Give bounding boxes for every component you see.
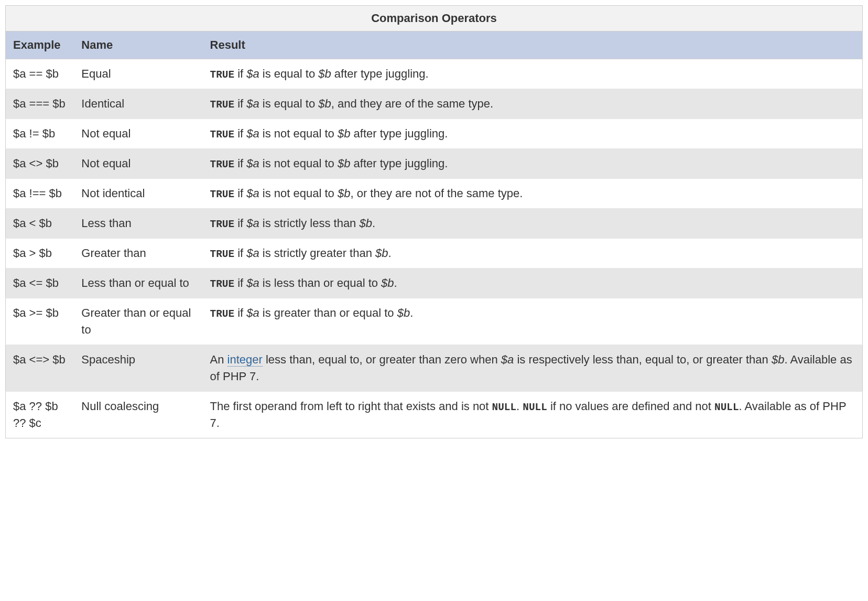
- type-link-integer[interactable]: integer: [227, 353, 263, 367]
- cell-example: $a !== $b: [6, 179, 74, 209]
- keyword-true: TRUE: [210, 159, 234, 170]
- cell-example: $a <> $b: [6, 148, 74, 178]
- table-row: $a !== $bNot identicalTRUE if $a is not …: [6, 179, 863, 209]
- cell-example: $a != $b: [6, 119, 74, 148]
- cell-result: TRUE if $a is strictly greater than $b.: [203, 239, 863, 269]
- cell-name: Spaceship: [74, 345, 202, 392]
- cell-name: Not identical: [74, 179, 202, 209]
- var: $a: [246, 67, 259, 80]
- cell-result: TRUE if $a is equal to $b after type jug…: [203, 59, 863, 89]
- table-row: $a === $bIdenticalTRUE if $a is equal to…: [6, 89, 863, 119]
- var: $b: [772, 353, 784, 366]
- cell-result: An integer less than, equal to, or great…: [203, 345, 863, 392]
- cell-example: $a <= $b: [6, 269, 74, 298]
- var: $a: [246, 127, 259, 140]
- table-row: $a >= $bGreater than or equal toTRUE if …: [6, 298, 863, 345]
- keyword-true: TRUE: [210, 129, 234, 141]
- var: $a: [501, 353, 514, 366]
- cell-example: $a ?? $b ?? $c: [6, 391, 74, 438]
- var: $b: [338, 187, 350, 200]
- table-row: $a ?? $b ?? $cNull coalescingThe first o…: [6, 391, 863, 438]
- var: $b: [397, 306, 410, 319]
- cell-example: $a > $b: [6, 239, 74, 269]
- table-row: $a > $bGreater thanTRUE if $a is strictl…: [6, 239, 863, 269]
- cell-result: TRUE if $a is not equal to $b after type…: [203, 148, 863, 178]
- table-row: $a <=> $bSpaceshipAn integer less than, …: [6, 345, 863, 392]
- keyword-true: TRUE: [210, 278, 234, 290]
- cell-example: $a < $b: [6, 209, 74, 239]
- cell-example: $a <=> $b: [6, 345, 74, 392]
- table-body: $a == $bEqualTRUE if $a is equal to $b a…: [6, 59, 863, 438]
- keyword-true: TRUE: [210, 69, 234, 81]
- cell-name: Identical: [74, 89, 202, 119]
- cell-name: Less than: [74, 209, 202, 239]
- cell-name: Greater than: [74, 239, 202, 269]
- cell-example: $a >= $b: [6, 298, 74, 345]
- cell-example: $a == $b: [6, 59, 74, 89]
- table-caption: Comparison Operators: [5, 5, 863, 31]
- col-header-example: Example: [6, 31, 74, 59]
- cell-result: TRUE if $a is less than or equal to $b.: [203, 269, 863, 298]
- cell-name: Not equal: [74, 148, 202, 178]
- table-row: $a <= $bLess than or equal toTRUE if $a …: [6, 269, 863, 298]
- cell-result: TRUE if $a is not equal to $b after type…: [203, 119, 863, 148]
- col-header-name: Name: [74, 31, 202, 59]
- cell-name: Equal: [74, 59, 202, 89]
- cell-result: TRUE if $a is equal to $b, and they are …: [203, 89, 863, 119]
- col-header-result: Result: [203, 31, 863, 59]
- cell-name: Greater than or equal to: [74, 298, 202, 345]
- keyword-null: NULL: [523, 402, 547, 413]
- var: $a: [246, 187, 259, 200]
- keyword-true: TRUE: [210, 249, 234, 260]
- cell-result: TRUE if $a is greater than or equal to $…: [203, 298, 863, 345]
- var: $a: [246, 276, 259, 289]
- cell-example: $a === $b: [6, 89, 74, 119]
- cell-name: Null coalescing: [74, 391, 202, 438]
- var: $a: [246, 217, 259, 230]
- var: $a: [246, 97, 259, 110]
- var: $b: [375, 246, 388, 260]
- table-row: $a < $bLess thanTRUE if $a is strictly l…: [6, 209, 863, 239]
- table-row: $a <> $bNot equalTRUE if $a is not equal…: [6, 148, 863, 178]
- cell-result: The first operand from left to right tha…: [203, 391, 863, 438]
- var: $b: [381, 276, 394, 289]
- var: $a: [246, 246, 259, 260]
- keyword-null: NULL: [714, 402, 739, 413]
- var: $b: [318, 67, 331, 80]
- keyword-true: TRUE: [210, 308, 234, 320]
- var: $b: [338, 157, 350, 170]
- keyword-true: TRUE: [210, 219, 234, 230]
- var: $a: [246, 157, 259, 170]
- var: $a: [246, 306, 259, 319]
- cell-result: TRUE if $a is strictly less than $b.: [203, 209, 863, 239]
- keyword-null: NULL: [492, 402, 516, 413]
- comparison-operators-table: Comparison Operators Example Name Result…: [5, 5, 863, 438]
- cell-name: Not equal: [74, 119, 202, 148]
- cell-name: Less than or equal to: [74, 269, 202, 298]
- table-row: $a == $bEqualTRUE if $a is equal to $b a…: [6, 59, 863, 89]
- keyword-true: TRUE: [210, 189, 234, 200]
- table-header-row: Example Name Result: [6, 31, 863, 59]
- var: $b: [318, 97, 331, 110]
- var: $b: [359, 217, 372, 230]
- var: $b: [338, 127, 350, 140]
- table-row: $a != $bNot equalTRUE if $a is not equal…: [6, 119, 863, 148]
- cell-result: TRUE if $a is not equal to $b, or they a…: [203, 179, 863, 209]
- keyword-true: TRUE: [210, 99, 234, 111]
